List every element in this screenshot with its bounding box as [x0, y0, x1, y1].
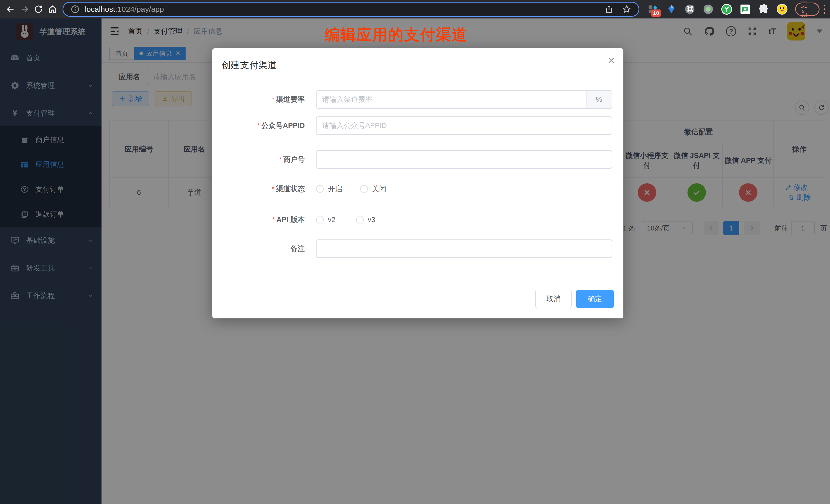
browser-reload-button[interactable]	[32, 2, 45, 17]
close-icon[interactable]: ×	[608, 54, 615, 66]
rate-input[interactable]	[317, 91, 586, 108]
field-label-api-version: *API 版本	[212, 215, 311, 225]
radio-circle-icon	[356, 216, 364, 224]
extension-grey-dot-icon[interactable]	[702, 3, 714, 15]
url-text: localhost:1024/pay/app	[85, 5, 164, 13]
field-label-merchant-id: *商户号	[212, 155, 311, 164]
browser-forward-button[interactable]	[18, 2, 31, 17]
browser-back-button[interactable]	[4, 2, 18, 17]
radio-api-v3[interactable]: v3	[356, 216, 376, 224]
extensions-row: 10	[647, 3, 788, 15]
annotation-text: 编辑应用的支付渠道	[324, 25, 468, 45]
extension-command-icon[interactable]	[684, 3, 696, 15]
appid-input[interactable]	[316, 116, 612, 135]
field-label-remark: 备注	[212, 244, 311, 254]
cancel-button[interactable]: 取消	[535, 290, 572, 308]
merchant-id-input[interactable]	[316, 150, 612, 169]
percent-suffix: %	[586, 91, 612, 108]
site-info-icon[interactable]	[70, 5, 80, 14]
radio-circle-icon	[360, 185, 368, 193]
share-icon[interactable]	[605, 5, 613, 13]
app-window: 芋道管理系统 首页 系统管理 ¥ 支付管理	[0, 19, 830, 504]
extension-puzzle-icon[interactable]	[758, 3, 769, 15]
extension-badge: 10	[651, 9, 661, 17]
radio-circle-icon	[316, 185, 324, 193]
browser-home-button[interactable]	[45, 2, 59, 17]
address-bar[interactable]: localhost:1024/pay/app	[63, 2, 640, 17]
radio-status-open[interactable]: 开启	[316, 184, 342, 194]
browser-chrome: localhost:1024/pay/app 10	[0, 0, 830, 19]
extension-y-icon[interactable]	[721, 3, 733, 15]
extension-tampermonkey-icon[interactable]: 10	[647, 3, 659, 15]
radio-circle-icon	[316, 216, 324, 224]
confirm-button[interactable]: 确定	[576, 290, 614, 308]
field-label-appid: *公众号APPID	[212, 121, 311, 130]
extension-chat-icon[interactable]	[739, 3, 751, 15]
radio-api-v2[interactable]: v2	[316, 216, 336, 224]
field-label-rate: *渠道费率	[212, 95, 311, 104]
modal-title: 创建支付渠道	[221, 59, 277, 71]
field-label-channel-status: *渠道状态	[212, 184, 311, 194]
remark-input[interactable]	[316, 240, 612, 258]
bookmark-star-icon[interactable]	[622, 5, 631, 14]
extension-kite-icon[interactable]	[665, 3, 677, 15]
extension-emoji-icon[interactable]	[776, 3, 788, 15]
radio-status-closed[interactable]: 关闭	[360, 184, 386, 194]
browser-update-button[interactable]: 更新	[795, 3, 820, 16]
create-payment-channel-modal: 创建支付渠道 × *渠道费率 % *公众号APPID *商户号	[212, 48, 624, 318]
browser-menu-icon[interactable]	[824, 5, 825, 14]
